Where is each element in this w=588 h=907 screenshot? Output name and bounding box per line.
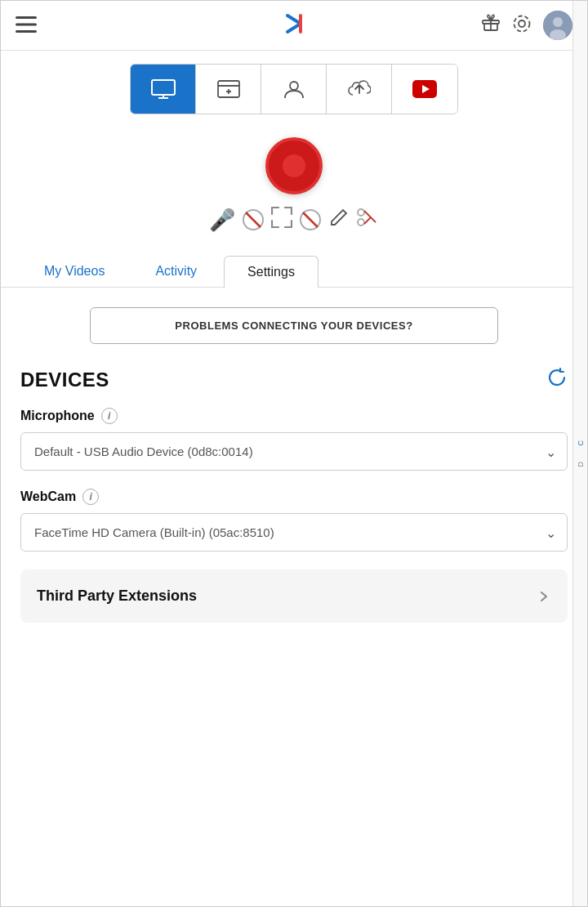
logo xyxy=(279,9,309,42)
controls-row: 🎤 xyxy=(209,206,379,234)
svg-line-29 xyxy=(364,211,376,222)
webcam-select[interactable]: FaceTime HD Camera (Built-in) (05ac:8510… xyxy=(20,513,568,552)
svg-rect-1 xyxy=(16,23,37,25)
microphone-info-icon[interactable]: i xyxy=(101,408,118,424)
settings-content: PROBLEMS CONNECTING YOUR DEVICES? DEVICE… xyxy=(1,288,587,642)
app-container: 🎤 xyxy=(0,0,588,907)
more-icon[interactable] xyxy=(356,206,379,234)
svg-rect-0 xyxy=(16,16,37,19)
webcam-label: WebCam xyxy=(20,489,76,504)
header-right xyxy=(481,11,572,40)
microphone-select-wrapper: Default - USB Audio Device (0d8c:0014) ⌄ xyxy=(20,432,568,471)
svg-point-8 xyxy=(514,16,530,32)
right-panel: C D xyxy=(572,1,587,906)
microphone-label-row: Microphone i xyxy=(20,408,568,424)
devices-title: DEVICES xyxy=(20,369,109,391)
microphone-label: Microphone xyxy=(20,409,95,423)
svg-rect-2 xyxy=(16,30,37,33)
hamburger-icon[interactable] xyxy=(16,16,37,35)
avatar[interactable] xyxy=(543,11,572,40)
mic-off-icon[interactable] xyxy=(242,208,265,231)
tab-screen[interactable] xyxy=(131,65,196,114)
record-btn-inner xyxy=(283,154,305,177)
tab-new[interactable] xyxy=(196,65,261,114)
svg-line-30 xyxy=(364,217,371,224)
problems-connecting-button[interactable]: PROBLEMS CONNECTING YOUR DEVICES? xyxy=(90,307,498,344)
right-panel-text-2: D xyxy=(577,462,585,467)
gift-icon[interactable] xyxy=(481,13,501,38)
refresh-icon[interactable] xyxy=(546,367,568,393)
right-panel-text-1: C xyxy=(577,440,585,446)
record-button[interactable] xyxy=(265,137,323,194)
expand-off-icon[interactable] xyxy=(299,208,322,231)
tab-person[interactable] xyxy=(261,65,327,114)
svg-point-7 xyxy=(519,20,525,27)
header xyxy=(1,1,587,51)
tab-settings[interactable]: Settings xyxy=(224,256,318,288)
pen-icon[interactable] xyxy=(328,207,350,233)
toolbar xyxy=(1,51,587,121)
microphone-select[interactable]: Default - USB Audio Device (0d8c:0014) xyxy=(20,432,568,471)
svg-rect-12 xyxy=(152,80,175,95)
expand-icon[interactable] xyxy=(271,207,292,233)
webcam-info-icon[interactable]: i xyxy=(82,489,99,505)
devices-section-header: DEVICES xyxy=(20,367,568,393)
webcam-label-row: WebCam i xyxy=(20,489,568,505)
third-party-extensions[interactable]: Third Party Extensions xyxy=(20,570,568,623)
svg-point-10 xyxy=(553,17,563,27)
svg-point-28 xyxy=(358,219,364,226)
webcam-select-wrapper: FaceTime HD Camera (Built-in) (05ac:8510… xyxy=(20,513,568,552)
svg-line-23 xyxy=(246,212,261,227)
third-party-title: Third Party Extensions xyxy=(37,588,197,605)
svg-point-27 xyxy=(358,209,364,216)
toolbar-tabs xyxy=(130,64,458,114)
settings-wheel-icon[interactable] xyxy=(512,14,532,37)
nav-tabs: My Videos Activity Settings xyxy=(1,242,587,288)
tab-my-videos[interactable]: My Videos xyxy=(20,255,128,287)
tab-activity[interactable]: Activity xyxy=(131,255,220,287)
third-party-chevron-icon xyxy=(537,589,551,604)
tab-youtube[interactable] xyxy=(392,65,457,114)
microphone-icon[interactable]: 🎤 xyxy=(209,208,235,233)
svg-line-25 xyxy=(303,212,318,227)
header-left xyxy=(16,16,37,35)
svg-point-19 xyxy=(290,82,298,90)
tab-upload[interactable] xyxy=(327,65,392,114)
record-area: 🎤 xyxy=(1,121,587,242)
